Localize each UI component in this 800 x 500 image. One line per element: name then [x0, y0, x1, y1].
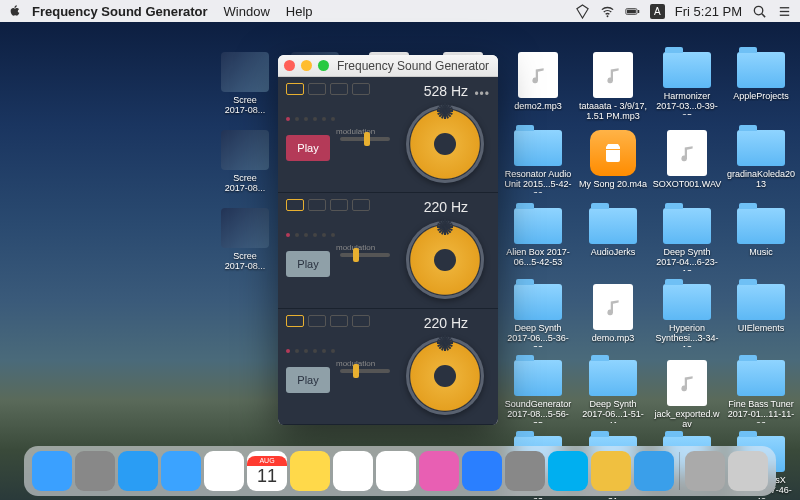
close-button[interactable] — [284, 60, 295, 71]
desktop-icon[interactable]: Harmonizer 2017-03...0-39-05 — [652, 52, 722, 115]
audio-file-icon — [593, 284, 633, 330]
waveform-option[interactable] — [352, 199, 370, 211]
desktop-icon-label: SoundGenerator 2017-08...5-56-35 — [503, 399, 573, 423]
dock-calendar[interactable]: AUG11 — [247, 451, 287, 491]
desktop-icon[interactable]: Alien Box 2017-06...5-42-53 — [503, 208, 573, 268]
waveform-selector[interactable] — [286, 199, 370, 211]
desktop-icon[interactable]: AudioJerks — [578, 208, 648, 257]
desktop-icon-label: tataaata - 3/9/17, 1.51 PM.mp3 — [578, 101, 648, 122]
input-source-icon[interactable]: A — [650, 4, 665, 19]
desktop-icon[interactable]: demo2.mp3 — [503, 52, 573, 111]
desktop-icon[interactable]: SoundGenerator 2017-08...5-56-35 — [503, 360, 573, 423]
desktop-icon[interactable]: gradinaKoleda2013 — [726, 130, 796, 190]
app-window: Frequency Sound Generator 528 Hz•••Playm… — [278, 55, 498, 425]
notification-center-icon[interactable] — [777, 4, 792, 19]
desktop-icon-label: Deep Synth 2017-06...1-51-41 — [578, 399, 648, 423]
waveform-option[interactable] — [308, 315, 326, 327]
desktop-icon[interactable]: Scree2017-08... — [210, 130, 280, 194]
waveform-selector[interactable] — [286, 83, 370, 95]
dock-photos[interactable] — [376, 451, 416, 491]
window-titlebar[interactable]: Frequency Sound Generator — [278, 55, 498, 77]
frequency-dial[interactable] — [406, 221, 484, 299]
folder-icon — [514, 360, 562, 396]
play-button[interactable]: Play — [286, 367, 330, 393]
audio-file-icon — [518, 52, 558, 98]
location-icon[interactable] — [575, 4, 590, 19]
desktop-icon-label: AudioJerks — [578, 247, 648, 257]
waveform-option[interactable] — [308, 83, 326, 95]
desktop-icon[interactable]: jack_exported.wav — [652, 360, 722, 430]
modulation-slider[interactable] — [340, 137, 390, 141]
desktop-icon[interactable]: AppleProjects — [726, 52, 796, 101]
dock-settings[interactable] — [505, 451, 545, 491]
dock-appstore[interactable] — [462, 451, 502, 491]
play-button[interactable]: Play — [286, 135, 330, 161]
dock-skype[interactable] — [548, 451, 588, 491]
svg-point-0 — [606, 15, 608, 17]
dock-itunes[interactable] — [419, 451, 459, 491]
waveform-option[interactable] — [286, 199, 304, 211]
battery-icon[interactable] — [625, 4, 640, 19]
desktop-icon[interactable]: UIElements — [726, 284, 796, 333]
waveform-option[interactable] — [330, 83, 348, 95]
waveform-option[interactable] — [352, 83, 370, 95]
dock-freq-sound[interactable] — [591, 451, 631, 491]
menu-help[interactable]: Help — [286, 4, 313, 19]
dock-safari[interactable] — [118, 451, 158, 491]
zoom-button[interactable] — [318, 60, 329, 71]
desktop-icon[interactable]: Music — [726, 208, 796, 257]
desktop-icon[interactable]: Scree2017-08... — [210, 52, 280, 116]
desktop-icon[interactable]: My Song 20.m4a — [578, 130, 648, 189]
folder-icon — [589, 360, 637, 396]
frequency-dial[interactable] — [406, 337, 484, 415]
waveform-option[interactable] — [308, 199, 326, 211]
oscillator-panel: 220 HzPlaymodulation — [278, 193, 498, 309]
folder-icon — [737, 360, 785, 396]
more-icon[interactable]: ••• — [474, 87, 490, 101]
menubar: Frequency Sound Generator Window Help A … — [0, 0, 800, 22]
menu-window[interactable]: Window — [224, 4, 270, 19]
waveform-option[interactable] — [330, 199, 348, 211]
desktop-icon[interactable]: demo.mp3 — [578, 284, 648, 343]
play-button[interactable]: Play — [286, 251, 330, 277]
desktop-icon[interactable]: tataaata - 3/9/17, 1.51 PM.mp3 — [578, 52, 648, 122]
dock-finder[interactable] — [32, 451, 72, 491]
waveform-option[interactable] — [286, 315, 304, 327]
desktop-icon-label: Hyperion Synthesi...3-34-13 — [652, 323, 722, 347]
dock-mail[interactable] — [161, 451, 201, 491]
modulation-slider[interactable] — [340, 369, 390, 373]
dock-reminders[interactable] — [333, 451, 373, 491]
desktop-icon[interactable]: Resonator Audio Unit 2015...5-42-29 — [503, 130, 573, 193]
desktop-icon[interactable]: Deep Synth 2017-06...1-51-41 — [578, 360, 648, 423]
desktop-icon[interactable]: Fine Bass Tuner 2017-01...11-11-02 — [726, 360, 796, 423]
menubar-clock[interactable]: Fri 5:21 PM — [675, 4, 742, 19]
app-body: 528 Hz•••Playmodulation220 HzPlaymodulat… — [278, 77, 498, 425]
frequency-dial[interactable] — [406, 105, 484, 183]
wifi-icon[interactable] — [600, 4, 615, 19]
waveform-option[interactable] — [286, 83, 304, 95]
folder-icon — [514, 208, 562, 244]
minimize-button[interactable] — [301, 60, 312, 71]
desktop-icon[interactable]: Scree2017-08... — [210, 208, 280, 272]
dock-trash[interactable] — [728, 451, 768, 491]
desktop-icon[interactable]: Deep Synth 2017-04...6-23-13 — [652, 208, 722, 271]
app-menu[interactable]: Frequency Sound Generator — [32, 4, 208, 19]
dock-downloads[interactable] — [685, 451, 725, 491]
screenshot-thumb-icon — [221, 52, 269, 92]
waveform-option[interactable] — [330, 315, 348, 327]
waveform-option[interactable] — [352, 315, 370, 327]
dock-notes[interactable] — [290, 451, 330, 491]
dock-xcode[interactable] — [634, 451, 674, 491]
spotlight-icon[interactable] — [752, 4, 767, 19]
desktop-icon[interactable]: SOXOT001.WAV — [652, 130, 722, 189]
desktop-icon[interactable]: Hyperion Synthesi...3-34-13 — [652, 284, 722, 347]
indicator-leds — [286, 233, 335, 237]
desktop-icon-label: My Song 20.m4a — [578, 179, 648, 189]
dock-chrome[interactable] — [204, 451, 244, 491]
desktop-icon[interactable]: Deep Synth 2017-06...5-36-33 — [503, 284, 573, 347]
waveform-selector[interactable] — [286, 315, 370, 327]
dock: AUG11 — [24, 446, 776, 496]
modulation-slider[interactable] — [340, 253, 390, 257]
desktop-icon-label: Scree2017-08... — [210, 95, 280, 116]
dock-launchpad[interactable] — [75, 451, 115, 491]
